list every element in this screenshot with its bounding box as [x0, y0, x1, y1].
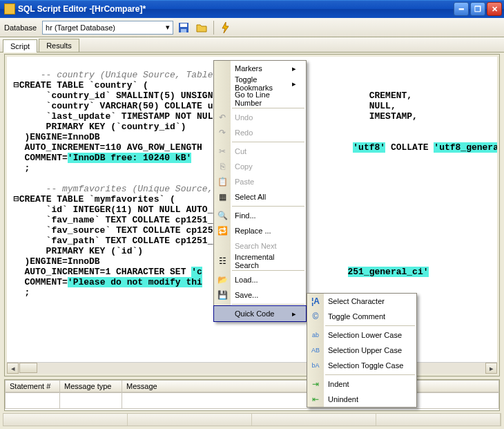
minimize-button[interactable]: ━: [454, 2, 469, 16]
menu-unindent[interactable]: ⇤Unindent: [307, 392, 416, 407]
database-label: Database: [4, 23, 37, 32]
redo-icon: ↷: [217, 127, 228, 138]
menu-markers[interactable]: Markers▸: [214, 61, 306, 76]
editor-tabs: Script Results: [0, 37, 504, 53]
copy-icon: ⎘: [217, 161, 228, 172]
floppy-icon: 💾: [217, 289, 228, 301]
menu-quick-code[interactable]: Quick Code▸: [214, 306, 306, 321]
open-button[interactable]: [194, 20, 209, 35]
menu-toggle-comment[interactable]: ©Toggle Comment: [307, 309, 416, 324]
svg-rect-1: [180, 23, 187, 27]
menu-cut[interactable]: ✂Cut: [214, 144, 306, 159]
menu-selection-toggle[interactable]: bASelection Toggle Case: [307, 358, 416, 373]
tab-script[interactable]: Script: [3, 39, 37, 53]
title-bar: SQL Script Editor -[HrCompare]* ━ ❐ ✕: [0, 0, 504, 18]
inc-search-icon: ☷: [217, 256, 228, 267]
execute-button[interactable]: [218, 20, 233, 35]
maximize-button[interactable]: ❐: [470, 2, 485, 16]
menu-incremental-search[interactable]: ☷Incremental Search: [214, 254, 306, 269]
menu-select-character[interactable]: ¦ASelect Character: [307, 294, 416, 309]
menu-undo[interactable]: ↶Undo: [214, 110, 306, 125]
menu-selection-lower[interactable]: abSelection Lower Case: [307, 327, 416, 343]
folder-icon: 📂: [217, 274, 228, 285]
toolbar: Database hr (Target Database): [0, 18, 504, 37]
undo-icon: ↶: [217, 112, 228, 123]
menu-toggle-bookmarks[interactable]: Toggle Bookmarks▸: [214, 76, 306, 91]
floppy-icon: [178, 22, 189, 33]
save-button[interactable]: [176, 20, 191, 35]
find-icon: 🔍: [217, 210, 228, 221]
menu-load[interactable]: 📂Load...: [214, 272, 306, 287]
status-bar: [3, 413, 501, 426]
database-combo[interactable]: hr (Target Database): [42, 21, 173, 35]
menu-selection-upper[interactable]: ABSelection Upper Case: [307, 343, 416, 358]
table-row: [5, 392, 499, 409]
lightning-icon: [221, 22, 231, 33]
menu-goto-line[interactable]: Go to Line Number: [214, 91, 306, 106]
comment-icon: ©: [310, 311, 321, 322]
col-statement[interactable]: Statement #: [5, 380, 60, 392]
menu-save[interactable]: 💾Save...: [214, 287, 306, 303]
replace-icon: 🔁: [217, 225, 228, 236]
scroll-right-icon[interactable]: ▸: [485, 363, 497, 374]
menu-replace[interactable]: 🔁Replace ...: [214, 223, 306, 238]
horizontal-scrollbar[interactable]: ◂ ▸: [7, 362, 497, 374]
context-menu: Markers▸ Toggle Bookmarks▸ Go to Line Nu…: [213, 60, 307, 322]
uppercase-icon: AB: [310, 345, 321, 356]
quick-code-submenu: ¦ASelect Character ©Toggle Comment abSel…: [307, 293, 417, 408]
char-icon: ¦A: [310, 296, 321, 307]
scroll-thumb[interactable]: [19, 363, 37, 373]
app-icon: [4, 3, 15, 15]
menu-indent[interactable]: ⇥Indent: [307, 376, 416, 392]
selectall-icon: ▦: [217, 191, 228, 202]
menu-search-next[interactable]: Search Next: [214, 238, 306, 254]
menu-find[interactable]: 🔍Find...: [214, 208, 306, 223]
indent-icon: ⇥: [310, 379, 321, 390]
menu-paste[interactable]: 📋Paste: [214, 174, 306, 189]
menu-copy[interactable]: ⎘Copy: [214, 159, 306, 174]
svg-rect-2: [181, 29, 186, 32]
scroll-left-icon[interactable]: ◂: [7, 363, 19, 374]
menu-select-all[interactable]: ▦Select All: [214, 189, 306, 204]
close-button[interactable]: ✕: [487, 2, 502, 16]
cut-icon: ✂: [217, 146, 228, 157]
tab-results[interactable]: Results: [39, 39, 79, 52]
window-title: SQL Script Editor -[HrCompare]*: [18, 4, 452, 14]
lowercase-icon: ab: [310, 330, 321, 341]
folder-icon: [196, 22, 207, 33]
unindent-icon: ⇤: [310, 394, 321, 405]
togglecase-icon: bA: [310, 360, 321, 371]
menu-redo[interactable]: ↷Redo: [214, 125, 306, 140]
message-grid: Statement # Message type Message: [4, 379, 500, 411]
paste-icon: 📋: [217, 176, 228, 187]
col-msgtype[interactable]: Message type: [60, 380, 122, 392]
